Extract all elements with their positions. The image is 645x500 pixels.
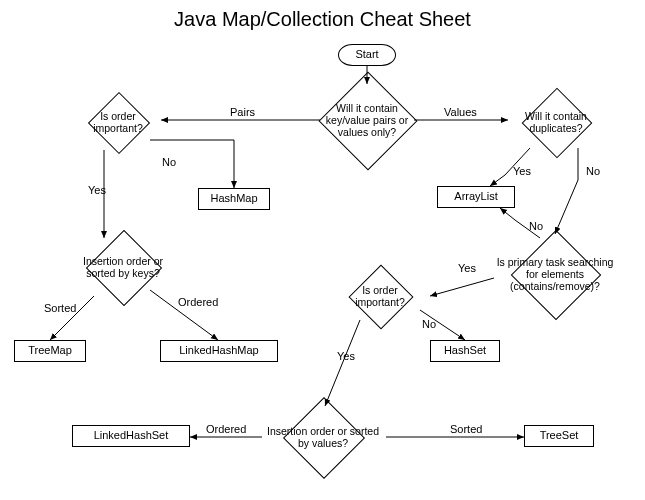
decision-insert-keys-text: Insertion order or sorted by keys? — [70, 234, 176, 300]
treeset-label: TreeSet — [540, 429, 579, 442]
decision-order-pairs: Is order important? — [75, 94, 161, 150]
decision-duplicates-text: Will it contain duplicates? — [508, 92, 604, 152]
edge-sorted-keys: Sorted — [42, 302, 78, 314]
decision-primary: Is primary task searching for elements (… — [490, 234, 620, 314]
decision-order-pairs-text: Is order important? — [75, 94, 161, 150]
process-hashmap: HashMap — [198, 188, 270, 210]
edge-pairs: Pairs — [228, 106, 257, 118]
start-label: Start — [355, 48, 378, 61]
decision-insert-keys: Insertion order or sorted by keys? — [70, 234, 176, 300]
decision-order-set-text: Is order important? — [330, 268, 430, 324]
decision-contain-text: Will it contain key/value pairs or value… — [319, 82, 415, 158]
arraylist-label: ArrayList — [454, 190, 497, 203]
edge-ordered-values: Ordered — [204, 423, 248, 435]
process-treemap: TreeMap — [14, 340, 86, 362]
linkedhashmap-label: LinkedHashMap — [179, 344, 259, 357]
edge-no-order-pairs: No — [160, 156, 178, 168]
edge-yes-dup: Yes — [511, 165, 533, 177]
edge-no-dup: No — [584, 165, 602, 177]
edge-no-primary: No — [527, 220, 545, 232]
process-treeset: TreeSet — [524, 425, 594, 447]
decision-primary-text: Is primary task searching for elements (… — [490, 234, 620, 314]
hashset-label: HashSet — [444, 344, 486, 357]
hashmap-label: HashMap — [210, 192, 257, 205]
start-node: Start — [338, 44, 396, 66]
process-hashset: HashSet — [430, 340, 500, 362]
linkedhashset-label: LinkedHashSet — [94, 429, 169, 442]
page-title: Java Map/Collection Cheat Sheet — [0, 8, 645, 31]
edge-yes-order-set: Yes — [335, 350, 357, 362]
treemap-label: TreeMap — [28, 344, 72, 357]
decision-order-set: Is order important? — [330, 268, 430, 324]
process-linkedhashmap: LinkedHashMap — [160, 340, 278, 362]
edge-ordered-keys: Ordered — [176, 296, 220, 308]
edge-values: Values — [442, 106, 479, 118]
edge-sorted-values: Sorted — [448, 423, 484, 435]
decision-insert-values: Insertion order or sorted by values? — [258, 402, 388, 472]
decision-duplicates: Will it contain duplicates? — [508, 92, 604, 152]
decision-insert-values-text: Insertion order or sorted by values? — [258, 402, 388, 472]
process-linkedhashset: LinkedHashSet — [72, 425, 190, 447]
process-arraylist: ArrayList — [437, 186, 515, 208]
edge-no-order-set: No — [420, 318, 438, 330]
edge-yes-primary: Yes — [456, 262, 478, 274]
edge-yes-order-pairs: Yes — [86, 184, 108, 196]
decision-contain: Will it contain key/value pairs or value… — [319, 82, 415, 158]
